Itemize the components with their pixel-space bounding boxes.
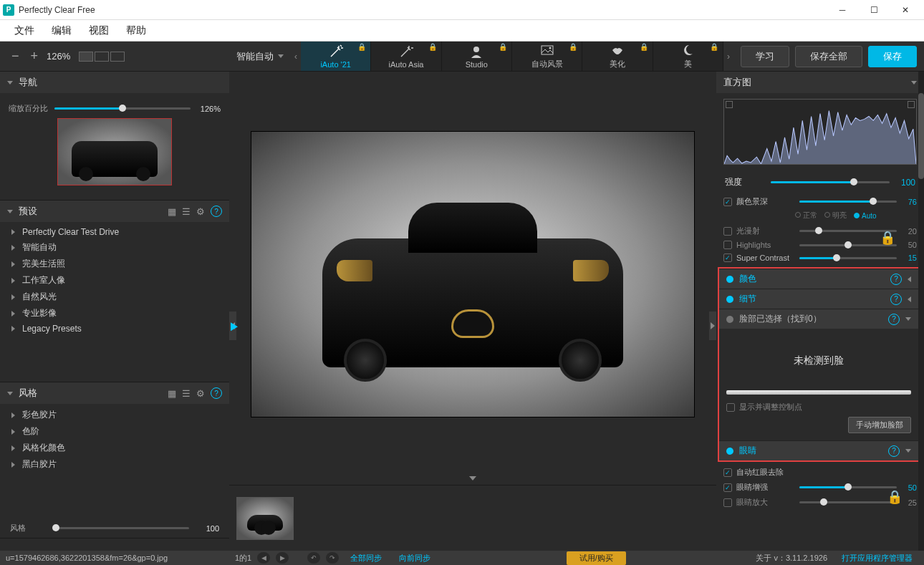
adj-slider[interactable]	[799, 201, 897, 203]
adj-slider[interactable]	[799, 486, 897, 488]
main-area: 导航 缩放百分比 126% 预设 ▦ ☰	[0, 72, 924, 551]
save-button[interactable]: 保存	[868, 46, 917, 67]
preset-list-item[interactable]: 自然风光	[0, 289, 229, 305]
styles-header[interactable]: 风格 ▦ ☰ ⚙ ?	[0, 382, 229, 404]
view-mode-split-h[interactable]	[110, 52, 125, 62]
view-mode-split-v[interactable]	[95, 52, 109, 62]
section-detail[interactable]: 细节 ?	[719, 289, 918, 309]
title-bar: P Perfectly Clear Free ─ ☐ ✕	[0, 0, 924, 20]
section-eye[interactable]: 眼睛 ?	[719, 440, 918, 460]
preset-list-item[interactable]: Legacy Presets	[0, 322, 229, 336]
checkbox[interactable]	[723, 498, 732, 507]
checkbox[interactable]	[723, 483, 732, 492]
gear-icon[interactable]: ⚙	[196, 388, 205, 399]
next-image-button[interactable]: ▶	[276, 552, 289, 564]
checkbox[interactable]	[723, 241, 732, 249]
menu-edit[interactable]: 编辑	[43, 21, 80, 40]
section-title: 眼睛	[739, 445, 882, 457]
add-face-button[interactable]: 手动增加脸部	[848, 417, 911, 433]
list-view-icon[interactable]: ☰	[182, 206, 191, 217]
navigator-title: 导航	[19, 76, 222, 89]
menu-view[interactable]: 视图	[80, 21, 117, 40]
navigator-thumbnail[interactable]	[57, 118, 172, 185]
navigator-header[interactable]: 导航	[0, 72, 229, 93]
close-button[interactable]: ✕	[890, 0, 921, 20]
help-icon[interactable]: ?	[890, 274, 902, 285]
help-icon[interactable]: ?	[888, 445, 900, 457]
style-list-item[interactable]: 风格化颜色	[0, 440, 229, 456]
preset-landscape[interactable]: 🔒 自动风景	[512, 42, 582, 71]
menu-file[interactable]: 文件	[6, 21, 43, 40]
learn-button[interactable]: 学习	[741, 46, 789, 67]
canvas-area[interactable]	[229, 72, 716, 476]
style-list-item[interactable]: 色阶	[0, 423, 229, 440]
version-label: 关于 v：3.11.2.1926	[756, 553, 827, 564]
style-slider[interactable]	[56, 527, 189, 529]
grid-view-icon[interactable]: ▦	[168, 206, 176, 217]
help-icon[interactable]: ?	[890, 294, 902, 305]
preset-studio[interactable]: 🔒 Studio	[442, 42, 512, 71]
list-view-icon[interactable]: ☰	[182, 388, 191, 399]
gear-icon[interactable]: ⚙	[196, 206, 205, 217]
zoom-slider[interactable]	[54, 107, 191, 110]
checkbox[interactable]	[723, 198, 732, 206]
help-icon[interactable]: ?	[211, 387, 222, 399]
preset-beauty2[interactable]: 🔒 美	[653, 42, 723, 71]
preset-label: 美化	[610, 59, 625, 69]
preset-iauto21[interactable]: 🔒 iAuto '21	[301, 42, 371, 71]
preset-iauto-asia[interactable]: 🔒 iAuto Asia	[371, 42, 441, 71]
save-all-button[interactable]: 保存全部	[795, 46, 862, 67]
help-icon[interactable]: ?	[888, 314, 900, 325]
preset-list-item[interactable]: 专业影像	[0, 305, 229, 322]
zoom-out-button[interactable]: −	[9, 49, 22, 64]
menu-help[interactable]: 帮助	[117, 21, 155, 40]
sync-forward-button[interactable]: 向前同步	[393, 553, 436, 564]
prev-image-button[interactable]: ◀	[257, 552, 270, 564]
adj-super-contrast: Super Contrast 15	[723, 251, 917, 264]
minimize-button[interactable]: ─	[827, 0, 858, 20]
intensity-slider[interactable]	[771, 181, 890, 183]
help-icon[interactable]: ?	[211, 206, 222, 217]
preset-list-item[interactable]: 智能自动	[0, 239, 229, 256]
preset-strip-prev[interactable]: ‹	[291, 52, 301, 62]
style-list-item[interactable]: 黑白胶片	[0, 456, 229, 473]
list-item-label: 黑白胶片	[22, 458, 57, 470]
grid-view-icon[interactable]: ▦	[168, 388, 176, 399]
adj-slider[interactable]	[799, 257, 897, 259]
mode-normal[interactable]: 正常	[795, 211, 817, 221]
section-color[interactable]: 颜色 ?	[719, 269, 918, 289]
zoom-slider-value: 126%	[196, 105, 221, 113]
undo-button[interactable]: ↶	[307, 552, 320, 564]
sync-all-button[interactable]: 全部同步	[345, 553, 388, 564]
zoom-in-button[interactable]: +	[28, 49, 42, 64]
status-dot-icon	[726, 296, 733, 303]
section-face[interactable]: 脸部已选择（找到0） ?	[719, 309, 918, 329]
smart-auto-dropdown[interactable]: 智能自动	[229, 50, 291, 63]
preset-list-item[interactable]: 完美生活照	[0, 256, 229, 272]
try-buy-button[interactable]: 试用/购买	[567, 551, 626, 565]
presets-header[interactable]: 预设 ▦ ☰ ⚙ ?	[0, 201, 229, 222]
view-mode-single[interactable]	[79, 52, 93, 62]
redo-button[interactable]: ↷	[326, 552, 339, 564]
portrait-icon	[469, 44, 483, 59]
adj-color-depth: 颜色景深 76	[723, 194, 917, 209]
filmstrip-thumbnail[interactable]	[236, 497, 294, 540]
open-app-manager-link[interactable]: 打开应用程序管理器	[836, 553, 918, 564]
adj-slider[interactable]	[799, 501, 897, 503]
preset-strip-next[interactable]: ›	[723, 52, 733, 62]
histogram-header[interactable]: 直方图	[716, 72, 924, 93]
checkbox[interactable]	[723, 468, 732, 477]
preset-list-item[interactable]: 工作室人像	[0, 272, 229, 289]
filmstrip-toggle[interactable]	[229, 476, 716, 485]
checkbox[interactable]	[726, 403, 735, 412]
checkbox[interactable]	[723, 227, 732, 236]
preset-beautify[interactable]: 🔒 美化	[582, 42, 653, 71]
mode-bright[interactable]: 明亮	[824, 211, 847, 221]
checkbox[interactable]	[723, 253, 732, 262]
style-list-item[interactable]: 彩色胶片	[0, 407, 229, 423]
wand-icon	[329, 44, 343, 59]
list-item-label: 色阶	[22, 425, 39, 438]
mode-auto[interactable]: Auto	[854, 212, 877, 220]
maximize-button[interactable]: ☐	[858, 0, 890, 20]
preset-list-item[interactable]: Perfectly Clear Test Drive	[0, 225, 229, 239]
